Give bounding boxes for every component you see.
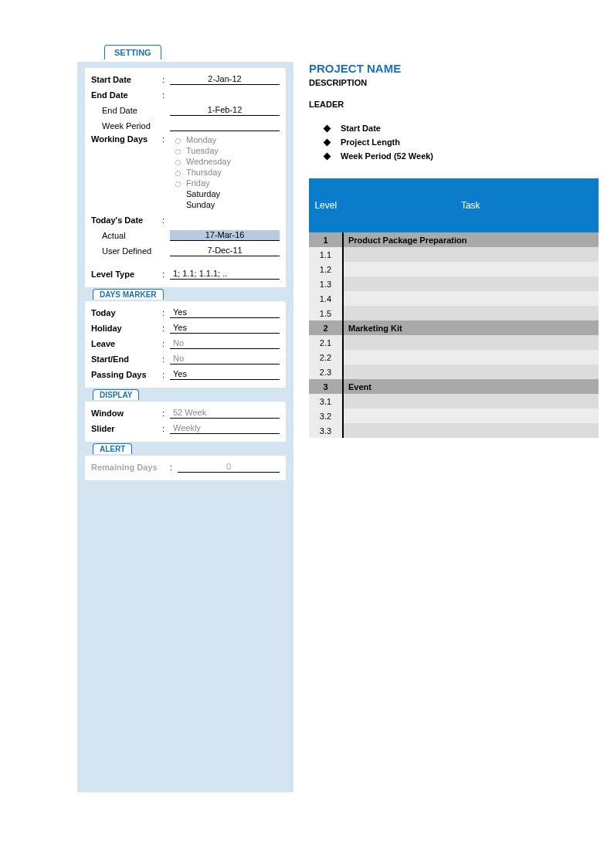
- remaining-value[interactable]: 0: [178, 462, 280, 473]
- day-thursday[interactable]: Thursday: [170, 167, 280, 178]
- user-defined-label: User Defined: [91, 246, 162, 256]
- actual-value[interactable]: 17-Mar-16: [170, 230, 280, 241]
- sun-icon: [173, 168, 181, 177]
- sun-icon: [173, 147, 181, 155]
- col-level: Level: [309, 178, 343, 232]
- group-days-marker: DAYS MARKER Today:Yes Holiday:Yes Leave:…: [85, 301, 286, 388]
- table-row[interactable]: 3.3: [309, 423, 599, 438]
- cell-task: [343, 262, 599, 276]
- project-title: PROJECT NAME: [309, 62, 599, 75]
- today-label: Today: [91, 308, 162, 317]
- cell-level: 1.5: [309, 306, 343, 320]
- colon: :: [162, 409, 170, 418]
- today-value[interactable]: Yes: [170, 307, 280, 318]
- table-row[interactable]: 2.1: [309, 335, 599, 350]
- bullet-label: Start Date: [341, 124, 381, 133]
- tab-setting[interactable]: SETTING: [104, 45, 161, 59]
- cell-task: [343, 409, 599, 423]
- holiday-value[interactable]: Yes: [170, 323, 280, 334]
- day-friday[interactable]: Friday: [170, 178, 280, 188]
- week-period-label: Week Period: [91, 121, 162, 131]
- task-table: Level Task 1Product Package Preparation1…: [309, 178, 599, 438]
- spacer: [170, 215, 280, 225]
- table-row[interactable]: 3.1: [309, 394, 599, 409]
- cell-task: [343, 247, 599, 262]
- colon: :: [162, 134, 170, 210]
- day-label: Tuesday: [186, 146, 219, 155]
- slider-value[interactable]: Weekly: [170, 423, 280, 434]
- cell-level: 2.3: [309, 364, 343, 379]
- tab-display[interactable]: DISPLAY: [93, 389, 139, 400]
- week-period-value[interactable]: [170, 120, 280, 131]
- day-label: Monday: [186, 135, 216, 144]
- cell-level: 3.2: [309, 409, 343, 423]
- window-value[interactable]: 52 Week: [170, 408, 280, 419]
- end-date-sub-label: End Date: [91, 106, 162, 115]
- diamond-icon: [324, 124, 331, 132]
- table-row[interactable]: 2.2: [309, 350, 599, 364]
- leave-value[interactable]: No: [170, 338, 280, 349]
- table-row[interactable]: 2Marketing Kit: [309, 320, 599, 335]
- startend-value[interactable]: No: [170, 354, 280, 364]
- table-row[interactable]: 1.3: [309, 276, 599, 291]
- table-row[interactable]: 2.3: [309, 364, 599, 379]
- day-label: Saturday: [186, 189, 220, 198]
- table-row[interactable]: 1.4: [309, 291, 599, 306]
- bullet-week-period: Week Period (52 Week): [309, 149, 599, 163]
- cell-task: [343, 291, 599, 306]
- group-display: DISPLAY Window:52 Week Slider:Weekly: [85, 402, 286, 442]
- day-sunday[interactable]: Sunday: [170, 199, 280, 210]
- day-label: Wednesday: [186, 157, 231, 166]
- colon: :: [162, 370, 170, 379]
- day-wednesday[interactable]: Wednesday: [170, 156, 280, 167]
- cell-level: 1.3: [309, 276, 343, 291]
- table-row[interactable]: 3Event: [309, 379, 599, 394]
- colon: :: [162, 354, 170, 364]
- day-saturday[interactable]: Saturday: [170, 188, 280, 199]
- working-days-label: Working Days: [91, 134, 162, 210]
- bullet-list: Start Date Project Length Week Period (5…: [309, 121, 599, 163]
- project-leader: LEADER: [309, 100, 599, 109]
- right-panel: PROJECT NAME DESCRIPTION LEADER Start Da…: [309, 62, 599, 438]
- end-date-label: End Date: [91, 90, 162, 100]
- day-label: Sunday: [186, 200, 215, 209]
- cell-task: [343, 306, 599, 320]
- user-defined-value[interactable]: 7-Dec-11: [170, 246, 280, 256]
- level-type-label: Level Type: [91, 270, 162, 279]
- level-type-value[interactable]: 1; 1.1; 1.1.1; ..: [170, 269, 280, 280]
- settings-panel: SETTING Start Date : 2-Jan-12 End Date :…: [77, 62, 293, 792]
- table-row[interactable]: 1.2: [309, 262, 599, 276]
- day-monday[interactable]: Monday: [170, 134, 280, 145]
- cell-level: 1.4: [309, 291, 343, 306]
- table-row[interactable]: 1.5: [309, 306, 599, 320]
- end-date-value[interactable]: 1-Feb-12: [170, 105, 280, 116]
- colon: :: [162, 215, 170, 225]
- todays-date-label: Today's Date: [91, 215, 162, 225]
- tab-alert[interactable]: ALERT: [93, 443, 132, 454]
- holiday-label: Holiday: [91, 324, 162, 333]
- day-tuesday[interactable]: Tuesday: [170, 145, 280, 156]
- group-alert: ALERT Remaining Days:0: [85, 456, 286, 480]
- table-row[interactable]: 1Product Package Preparation: [309, 232, 599, 247]
- day-label: Friday: [186, 178, 210, 188]
- cell-level: 1.1: [309, 247, 343, 262]
- start-date-value[interactable]: 2-Jan-12: [170, 74, 280, 85]
- cell-task: Event: [343, 379, 599, 394]
- passing-value[interactable]: Yes: [170, 369, 280, 380]
- cell-level: 1: [309, 232, 343, 247]
- col-task: Task: [343, 178, 599, 232]
- table-row[interactable]: 3.2: [309, 409, 599, 423]
- tab-days-marker[interactable]: DAYS MARKER: [93, 289, 164, 300]
- cell-task: [343, 350, 599, 364]
- window-label: Window: [91, 409, 162, 418]
- cell-task: Marketing Kit: [343, 320, 599, 335]
- colon: :: [162, 324, 170, 333]
- diamond-icon: [324, 152, 331, 160]
- slider-label: Slider: [91, 424, 162, 433]
- table-row[interactable]: 1.1: [309, 247, 599, 262]
- project-description: DESCRIPTION: [309, 78, 599, 87]
- leave-label: Leave: [91, 339, 162, 348]
- bullet-project-length: Project Length: [309, 135, 599, 149]
- day-label: Thursday: [186, 168, 222, 177]
- cell-task: [343, 423, 599, 438]
